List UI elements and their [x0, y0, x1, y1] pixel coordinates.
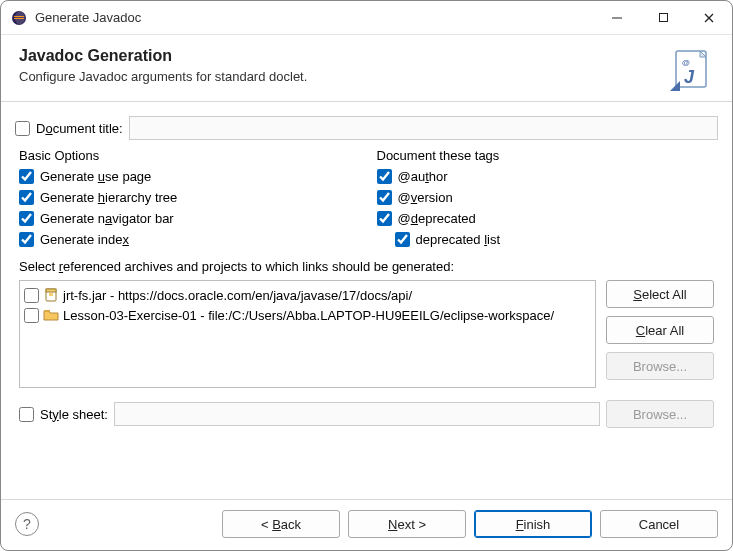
stylesheet-checkbox[interactable]: [19, 407, 34, 422]
select-all-button[interactable]: Select All: [606, 280, 714, 308]
opt-use-page-label: Generate use page: [40, 169, 151, 184]
tag-deprecated-label: @deprecated: [398, 211, 476, 226]
referenced-browse-button[interactable]: Browse...: [606, 352, 714, 380]
opt-hierarchy-tree-checkbox[interactable]: [19, 190, 34, 205]
minimize-button[interactable]: [594, 1, 640, 35]
basic-options-group: Basic Options Generate use page Generate…: [19, 148, 357, 247]
tag-deprecated-list-checkbox[interactable]: [395, 232, 410, 247]
help-button[interactable]: ?: [15, 512, 39, 536]
opt-index: Generate index: [19, 232, 357, 247]
svg-rect-15: [49, 293, 53, 296]
window-title: Generate Javadoc: [35, 10, 594, 25]
wizard-content: Document title: Basic Options Generate u…: [1, 102, 732, 499]
opt-navigator-bar: Generate navigator bar: [19, 211, 357, 226]
stylesheet-label: Style sheet:: [40, 407, 108, 422]
svg-rect-16: [44, 310, 50, 312]
svg-rect-3: [14, 18, 24, 19]
opt-navigator-bar-label: Generate navigator bar: [40, 211, 174, 226]
svg-rect-2: [14, 16, 24, 17]
referenced-label: Select referenced archives and projects …: [19, 259, 714, 274]
wizard-banner: Javadoc Generation Configure Javadoc arg…: [1, 35, 732, 102]
opt-use-page-checkbox[interactable]: [19, 169, 34, 184]
stylesheet-input[interactable]: [114, 402, 600, 426]
document-title-label: Document title:: [36, 121, 123, 136]
ref-item-text: Lesson-03-Exercise-01 - file:/C:/Users/A…: [63, 308, 554, 323]
banner-subtitle: Configure Javadoc arguments for standard…: [19, 69, 660, 84]
next-button[interactable]: Next >: [348, 510, 466, 538]
back-button[interactable]: < Back: [222, 510, 340, 538]
doc-tags-legend: Document these tags: [377, 148, 500, 163]
opt-navigator-bar-checkbox[interactable]: [19, 211, 34, 226]
opt-hierarchy-tree-label: Generate hierarchy tree: [40, 190, 177, 205]
tag-deprecated-list: deprecated list: [395, 232, 715, 247]
titlebar: Generate Javadoc: [1, 1, 732, 35]
banner-heading: Javadoc Generation: [19, 47, 660, 65]
tag-deprecated-list-label: deprecated list: [416, 232, 501, 247]
list-item[interactable]: Lesson-03-Exercise-01 - file:/C:/Users/A…: [24, 305, 596, 325]
stylesheet-browse-button[interactable]: Browse...: [606, 400, 714, 428]
clear-all-button[interactable]: Clear All: [606, 316, 714, 344]
opt-hierarchy-tree: Generate hierarchy tree: [19, 190, 357, 205]
document-title-checkbox[interactable]: [15, 121, 30, 136]
referenced-list[interactable]: jrt-fs.jar - https://docs.oracle.com/en/…: [19, 280, 596, 388]
svg-rect-14: [46, 289, 56, 292]
finish-button[interactable]: Finish: [474, 510, 592, 538]
tag-version-checkbox[interactable]: [377, 190, 392, 205]
list-item[interactable]: jrt-fs.jar - https://docs.oracle.com/en/…: [24, 285, 596, 305]
jar-icon: [43, 287, 59, 303]
opt-use-page: Generate use page: [19, 169, 357, 184]
project-folder-icon: [43, 307, 59, 323]
stylesheet-row: Style sheet: Browse...: [19, 400, 714, 428]
javadoc-icon: @ J: [670, 47, 714, 91]
ref-item-text: jrt-fs.jar - https://docs.oracle.com/en/…: [63, 288, 412, 303]
svg-marker-12: [670, 81, 680, 91]
doc-tags-group: Document these tags @author @version @de…: [377, 148, 715, 247]
tag-author: @author: [377, 169, 715, 184]
close-button[interactable]: [686, 1, 732, 35]
tag-version: @version: [377, 190, 715, 205]
tag-author-checkbox[interactable]: [377, 169, 392, 184]
ref-item-checkbox[interactable]: [24, 288, 39, 303]
cancel-button[interactable]: Cancel: [600, 510, 718, 538]
svg-rect-5: [659, 14, 667, 22]
svg-text:@: @: [682, 58, 690, 67]
svg-text:J: J: [684, 67, 695, 87]
window-controls: [594, 1, 732, 35]
document-title-row: Document title:: [15, 116, 718, 140]
maximize-button[interactable]: [640, 1, 686, 35]
opt-index-checkbox[interactable]: [19, 232, 34, 247]
tag-version-label: @version: [398, 190, 453, 205]
document-title-input[interactable]: [129, 116, 718, 140]
basic-options-legend: Basic Options: [19, 148, 99, 163]
eclipse-icon: [11, 10, 27, 26]
tag-deprecated-checkbox[interactable]: [377, 211, 392, 226]
tag-author-label: @author: [398, 169, 448, 184]
ref-item-checkbox[interactable]: [24, 308, 39, 323]
tag-deprecated: @deprecated: [377, 211, 715, 226]
opt-index-label: Generate index: [40, 232, 129, 247]
wizard-footer: ? < Back Next > Finish Cancel: [1, 499, 732, 550]
